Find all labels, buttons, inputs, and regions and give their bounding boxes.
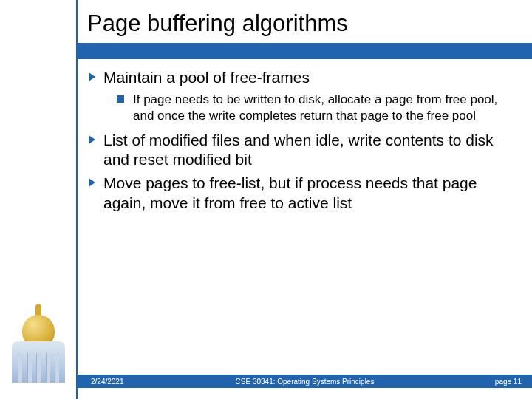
bullet-text: Maintain a pool of free-frames — [103, 69, 310, 86]
footer-bar: 2/24/2021 CSE 30341: Operating Systems P… — [78, 375, 532, 388]
university-dome-logo — [4, 301, 72, 383]
bullet-text: List of modified files and when idle, wr… — [103, 132, 494, 168]
left-rail — [0, 0, 78, 399]
bullet-item: Maintain a pool of free-frames — [89, 68, 510, 87]
bullet-item: Move pages to free-list, but if process … — [89, 174, 510, 213]
sub-bullet-item: If page needs to be written to disk, all… — [117, 92, 510, 123]
bullet-item: List of modified files and when idle, wr… — [89, 131, 510, 170]
title-area: Page buffering algorithms — [0, 0, 532, 59]
bullet-text: Move pages to free-list, but if process … — [103, 174, 477, 211]
footer-page-number: page 11 — [495, 378, 522, 386]
title-underline-bar — [78, 43, 532, 59]
sub-bullet-text: If page needs to be written to disk, all… — [133, 92, 497, 122]
slide: Page buffering algorithms Maintain a poo… — [0, 0, 532, 399]
left-rail-line — [76, 0, 78, 399]
content-body: Maintain a pool of free-frames If page n… — [89, 68, 510, 217]
footer-course: CSE 30341: Operating Systems Principles — [78, 378, 532, 386]
slide-title: Page buffering algorithms — [87, 10, 348, 37]
